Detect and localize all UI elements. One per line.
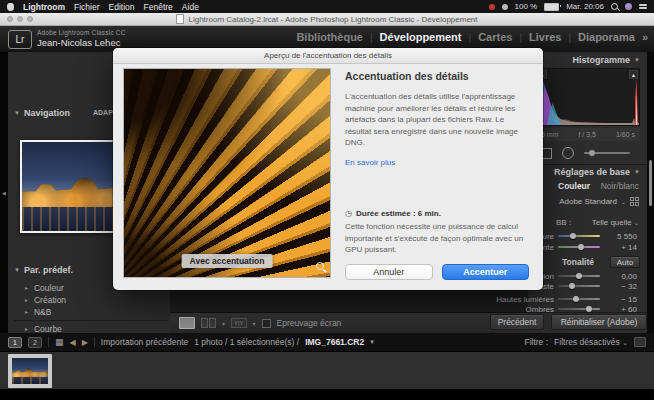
filmstrip-toolbar: 1 2 ▦ ◀ ▶ Importation précédente 1 photo… [0,333,654,351]
zoom-window-icon[interactable] [27,16,33,22]
menu-item-edition[interactable]: Edition [109,2,135,12]
module-separator: | [568,32,571,43]
shadows-slider[interactable] [558,308,600,310]
auto-tone-button[interactable]: Auto [610,256,640,268]
selected-filename[interactable]: IMG_7661.CR2 [305,337,364,347]
tab-noir-blanc[interactable]: Noir/blanc [601,181,639,191]
before-after-caret-icon[interactable]: ▾ [222,320,225,327]
status-icon[interactable] [502,4,508,10]
close-window-icon[interactable] [7,16,13,22]
module-cartes[interactable]: Cartes [478,31,512,43]
previous-photo-icon[interactable]: ◀ [70,338,76,347]
minimize-window-icon[interactable] [17,16,23,22]
module-developpement[interactable]: Développement [380,31,462,43]
before-after-view-icon[interactable] [201,318,216,328]
grid-view-icon[interactable]: ▦ [55,337,64,347]
filter-value: Filtres désactivés [554,337,620,347]
enhance-details-dialog: Aperçu de l'accentuation des détails Ave… [113,48,543,290]
magnifier-icon[interactable] [316,262,324,270]
preset-group-couleur[interactable]: ► Couleur [24,283,64,293]
disclosure-down-icon: ▼ [634,57,640,63]
compare-caret-icon[interactable]: ▾ [253,320,256,327]
loupe-view-icon[interactable] [179,317,195,329]
highlight-clipping-icon[interactable]: ▲ [629,70,638,79]
wb-selector[interactable]: Telle quelle ⌄ [592,218,639,227]
previous-button[interactable]: Précédent [490,314,544,330]
menu-clock[interactable]: Mar. 20:06 [566,2,604,11]
profile-browser-icon[interactable] [630,197,639,206]
profile-chevron-icon[interactable]: ⌄ [621,198,626,205]
apple-menu-icon[interactable] [7,3,14,11]
cancel-button[interactable]: Annuler [345,264,433,280]
exposure-slider[interactable] [558,275,600,277]
adjustment-slider-icon[interactable] [584,152,630,154]
histogram-canvas [537,69,639,125]
filmstrip-thumbnail[interactable] [12,358,48,384]
identity-plate: Jean-Nicolas Lehec [37,37,120,48]
exif-shutter: 1/60 s [616,131,635,138]
source-indicator[interactable]: Importation précédente [101,337,188,347]
preset-group-creation[interactable]: ► Création [24,295,66,305]
menu-item-fichier[interactable]: Fichier [74,2,100,12]
right-panel-scrollbar[interactable] [649,160,652,206]
spot-removal-tool-icon[interactable] [562,147,574,159]
histogram-panel-header[interactable]: Histogramme ▼ [573,55,640,65]
tab-couleur[interactable]: Couleur [558,181,590,191]
contrast-slider[interactable] [558,285,600,287]
menu-item-fenetre[interactable]: Fenêtre [144,2,173,12]
presets-title: Par. prédef. [24,265,73,275]
highlights-value: − 15 [604,295,637,304]
learn-more-link[interactable]: En savoir plus [345,158,529,167]
filter-dropdown[interactable]: Filtres désactivés ⌄ [554,337,628,347]
highlights-slider[interactable] [558,298,600,300]
crop-tool-icon[interactable] [542,148,552,159]
module-livres[interactable]: Livres [529,31,561,43]
enhance-preview-image[interactable]: Avec accentuation [123,68,331,278]
exposure-value: 0,00 [604,272,637,281]
wb-value: Telle quelle [592,218,632,227]
menu-item-lightroom[interactable]: Lightroom [23,2,65,12]
second-window-button[interactable]: 2 [28,337,42,348]
traffic-lights[interactable] [7,16,33,22]
spotlight-icon[interactable] [611,3,618,10]
tint-slider[interactable] [558,246,600,248]
preview-state-badge[interactable]: Avec accentuation [182,254,273,268]
siri-icon[interactable] [625,3,632,10]
enhance-button[interactable]: Accentuer [442,264,530,280]
filmstrip-source-caret-icon[interactable]: ▾ [370,338,374,346]
contrast-value: − 32 [604,282,637,291]
estimated-time-text: Durée estimée : 6 min. [356,209,441,218]
collapse-left-icon: ◀ [2,190,6,196]
filmstrip-selected-cell[interactable] [8,354,52,388]
histogram[interactable]: ▲ ▲ [536,68,640,126]
main-window-button[interactable]: 1 [8,337,22,348]
exif-focal: 5 mm [541,131,559,138]
menu-item-aide[interactable]: Aide [182,2,199,12]
profile-value[interactable]: Adobe Standard [559,197,617,206]
macos-menu-bar: Lightroom Fichier Edition Fenêtre Aide 1… [0,0,654,13]
module-diaporama[interactable]: Diaporama [578,31,635,43]
dialog-content: Accentuation des détails L'accentuation … [345,70,529,280]
disclosure-right-icon: ► [24,326,29,332]
left-panel-collapse-strip[interactable]: ◀ [0,52,8,333]
presets-panel-header[interactable]: ▼ Par. prédef. [14,265,73,275]
basic-title: Réglages de base [554,167,630,177]
compare-yy-icon[interactable]: Y|Y [231,318,247,328]
screen-record-icon[interactable] [489,4,495,10]
filter-toggle-icon[interactable] [634,337,646,347]
soft-proof-checkbox[interactable] [262,319,271,328]
disclosure-down-icon: ▼ [634,169,640,175]
reset-button[interactable]: Réinitialiser (Adobe) [551,314,647,330]
module-bibliotheque[interactable]: Bibliothèque [296,31,363,43]
tone-section-label: Tonalité [562,257,594,267]
module-overflow-chevron[interactable]: » [642,31,648,43]
navigation-panel-header[interactable]: ▼ Navigation [14,108,70,118]
dialog-title-bar: Aperçu de l'accentuation des détails [113,48,543,64]
control-center-icon[interactable] [639,4,647,9]
white-balance-row: BB : Telle quelle ⌄ [556,218,639,227]
next-photo-icon[interactable]: ▶ [82,338,88,347]
temperature-slider[interactable] [558,235,600,237]
basic-panel-header[interactable]: Réglages de base ▼ [554,167,640,177]
disclosure-down-icon: ▼ [14,267,20,273]
preset-group-nb[interactable]: ► N&B [24,307,51,317]
